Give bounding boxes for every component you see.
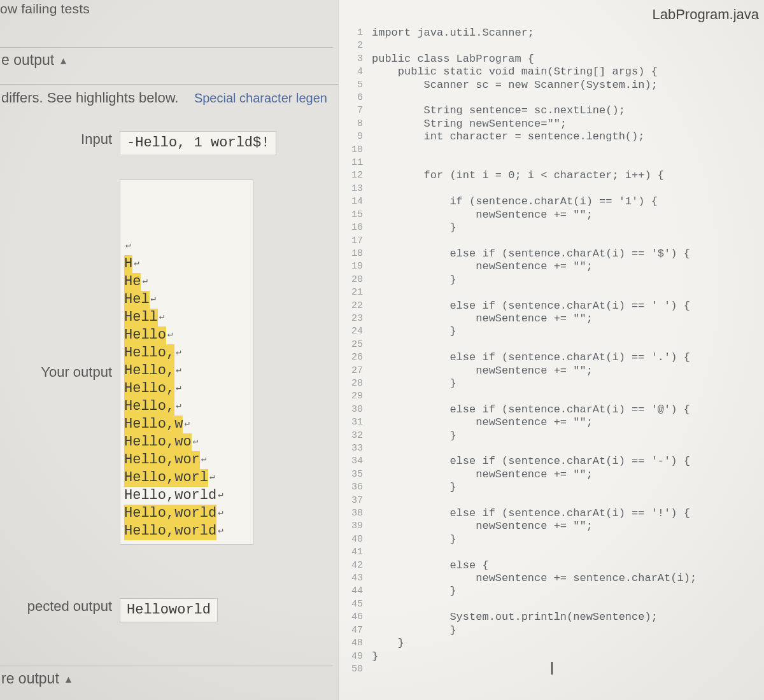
- output-line: Hello,w↵: [124, 416, 245, 433]
- output-line: Hello,world↵: [124, 522, 245, 540]
- chevron-up-icon: ▴: [60, 53, 66, 67]
- return-icon: ↵: [142, 272, 147, 290]
- output-line: Hello↵: [124, 326, 245, 344]
- section-label: re output: [1, 670, 59, 687]
- return-icon: ↵: [125, 236, 131, 254]
- return-icon: ↵: [167, 325, 173, 343]
- output-line: Hello,↵: [124, 398, 245, 416]
- file-title: LabProgram.java: [652, 6, 759, 23]
- return-icon: ↵: [201, 450, 206, 468]
- return-icon: ↵: [218, 521, 223, 539]
- output-line: He↵: [124, 273, 245, 291]
- input-row: Input -Hello, 1 world$!: [42, 131, 276, 155]
- return-icon: ↵: [151, 290, 156, 307]
- text-cursor: [551, 662, 553, 675]
- input-value-box: -Hello, 1 world$!: [120, 131, 276, 155]
- output-line: ↵: [124, 237, 245, 255]
- return-icon: ↵: [176, 379, 181, 396]
- section-label: e output: [1, 52, 54, 69]
- your-output-row: Your output ↵H↵He↵Hel↵Hell↵Hello↵Hello,↵…: [0, 179, 253, 545]
- your-output-box: ↵H↵He↵Hel↵Hell↵Hello↵Hello,↵Hello,↵Hello…: [120, 179, 253, 545]
- expected-output-row: pected output Helloworld: [0, 598, 218, 622]
- return-icon: ↵: [176, 361, 181, 379]
- screen: ow failing tests e output ▴ differs. See…: [0, 0, 764, 700]
- return-icon: ↵: [159, 307, 164, 325]
- return-icon: ↵: [134, 254, 139, 272]
- output-line: Hello,↵: [124, 380, 245, 398]
- output-line: Hello,world↵: [124, 505, 245, 522]
- differs-row: differs. See highlights below. Special c…: [0, 84, 338, 106]
- top-cutoff-text: ow failing tests: [0, 1, 90, 17]
- output-line: Hello,wo↵: [124, 433, 245, 451]
- output-line: Hello,↵: [124, 344, 245, 362]
- section-compare-output[interactable]: re output ▴: [0, 666, 333, 691]
- output-line: H↵: [124, 255, 245, 273]
- code-text[interactable]: import java.util.Scanner; public class L…: [369, 27, 764, 700]
- return-icon: ↵: [193, 432, 198, 450]
- return-icon: ↵: [176, 343, 181, 361]
- output-line: Hel↵: [124, 291, 245, 309]
- output-line: Hell↵: [124, 309, 245, 326]
- section-e-output[interactable]: e output ▴: [0, 47, 333, 73]
- output-line: Hello,↵: [124, 362, 245, 380]
- return-icon: ↵: [218, 486, 223, 503]
- return-icon: ↵: [218, 503, 223, 521]
- output-line: Hello,worl↵: [124, 469, 245, 487]
- special-char-legend-link[interactable]: Special character legen: [194, 91, 327, 105]
- differs-text: differs. See highlights below.: [1, 90, 178, 106]
- return-icon: ↵: [184, 414, 189, 432]
- return-icon: ↵: [176, 396, 181, 414]
- line-number-gutter: 1 2 3 4 5 6 7 8 9 10 11 12 13 14 15 16 1…: [339, 27, 369, 700]
- code-area[interactable]: 1 2 3 4 5 6 7 8 9 10 11 12 13 14 15 16 1…: [339, 27, 764, 700]
- expected-output-label: pected output: [0, 598, 112, 615]
- expected-output-box: Helloworld: [120, 598, 218, 622]
- output-line: Hello,world↵: [124, 487, 245, 505]
- chevron-up-icon: ▴: [66, 672, 71, 686]
- your-output-label: Your output: [0, 364, 112, 381]
- code-editor-pane: LabProgram.java 1 2 3 4 5 6 7 8 9 10 11 …: [339, 0, 764, 700]
- input-label: Input: [42, 131, 112, 148]
- return-icon: ↵: [209, 468, 215, 486]
- output-line: Hello,wor↵: [124, 451, 245, 469]
- test-results-pane: ow failing tests e output ▴ differs. See…: [0, 0, 339, 700]
